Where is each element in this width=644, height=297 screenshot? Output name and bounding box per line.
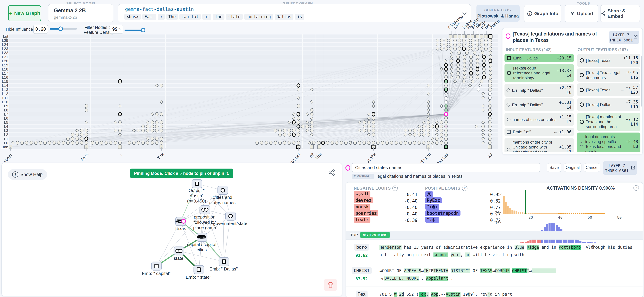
- pinned-embedding-node-icon: [507, 56, 511, 60]
- pinned-feature-node-icon: [580, 58, 584, 62]
- prompt-token[interactable]: <bos>: [124, 14, 141, 20]
- subgraph-node-capital_cities[interactable]: [196, 232, 207, 241]
- activations-pill: ACTIVATIONS: [360, 232, 390, 238]
- feature-list-item[interactable]: Emb: " Dallas"+20.15: [504, 54, 574, 62]
- layer-label: L1: [0, 137, 8, 141]
- prompt-token[interactable]: state: [226, 14, 242, 20]
- save-button[interactable]: Save: [547, 163, 562, 172]
- hide-influence-label: Hide Influence >: [6, 27, 36, 32]
- subgraph-node-state[interactable]: [174, 246, 184, 255]
- prompt-token[interactable]: Dallas: [274, 14, 294, 20]
- layer-label: L3: [0, 128, 8, 133]
- cancel-button[interactable]: Cancel: [584, 163, 600, 172]
- negative-logit-value: -0.41: [397, 192, 418, 197]
- layer-label: L25: [0, 38, 8, 43]
- prompt-token[interactable]: The: [166, 14, 178, 20]
- plus-icon: +: [9, 10, 12, 17]
- feature-list-item[interactable]: Emb: " of"←+1.06: [504, 128, 574, 136]
- model-select[interactable]: Gemma 2 2B gemma-2-2b: [48, 4, 113, 22]
- feature-list-item[interactable]: [Texas] court references and legal termi…: [504, 64, 574, 82]
- layer-label: L5: [0, 120, 8, 125]
- pinned-feature-node-icon: [580, 73, 584, 77]
- feature-list-item[interactable]: [Texas] Texas→+7.57L20: [577, 84, 640, 96]
- layer-label: L8: [0, 108, 8, 112]
- feature-list-item[interactable]: [Texas] Dallas+7.35L19: [577, 98, 640, 111]
- subgraph-node-label-emb_dallas: Emb: " Dallas": [200, 266, 248, 272]
- layer-label: L15: [0, 79, 8, 84]
- feature-list-item[interactable]: names of cities or states+1.15L3: [504, 113, 574, 126]
- external-link-icon: [633, 34, 638, 39]
- axis-tick: [490, 147, 490, 150]
- pinned-feature-node-icon: [580, 102, 584, 107]
- logit-tick: [491, 30, 491, 34]
- prompt-token[interactable]: capital: [180, 14, 201, 20]
- prompt-token[interactable]: is: [295, 14, 304, 20]
- subgraph-node-government[interactable]: [225, 212, 235, 220]
- feature-label-input[interactable]: [352, 163, 540, 172]
- scrollbar[interactable]: [640, 56, 642, 106]
- prompt-token[interactable]: :: [158, 14, 164, 20]
- graph-info-button[interactable]: i Graph Info: [524, 5, 562, 22]
- activation-row[interactable]: CHRIST87.52↵COURT OF APPEALS↵THIRTEENTH …: [346, 263, 643, 286]
- activation-row[interactable]: Tex81.51781 S.W.2d 652 (Tex. App.--Austi…: [346, 286, 643, 297]
- layer-label: Lgt: [0, 34, 8, 39]
- feature-list-item[interactable]: [Texas] Texas legal documents+9.95L16: [577, 68, 640, 82]
- negative-logit-token: teatr: [354, 217, 370, 222]
- feature-value: +2.12L6: [559, 86, 572, 95]
- prompt-token[interactable]: the: [213, 14, 224, 20]
- prompt-token[interactable]: Fact: [142, 14, 156, 20]
- positive-logit-token: ⓧ: [425, 191, 433, 197]
- detail-layer-badge[interactable]: LAYER 7 INDEX 6861: [603, 161, 637, 175]
- subgraph-node-emb_dallas[interactable]: [218, 257, 229, 266]
- layer-label: L20: [0, 59, 8, 64]
- activation-row[interactable]: boro93.62Henderson has 13 years of admin…: [346, 239, 643, 263]
- subgraph-node-cities[interactable]: [217, 186, 228, 194]
- feature-list-item[interactable]: legal documents involving specific Texas…: [577, 132, 640, 152]
- info-icon: i: [527, 11, 532, 16]
- layer-index-badge[interactable]: LAYER 7 INDEX 6861: [609, 31, 640, 44]
- new-graph-label: New Graph: [14, 10, 40, 16]
- prompt-token[interactable]: of: [202, 14, 212, 20]
- feature-label: Emb: " of": [513, 130, 552, 134]
- feature-list-item[interactable]: mentions of the city of Chicago along wi…: [504, 138, 574, 152]
- generated-by-value: Piotrowski & Hanna: [476, 14, 520, 19]
- negative-logit-value: -0.40: [397, 205, 418, 210]
- original-button[interactable]: Original: [564, 163, 582, 172]
- subgraph-node-austin[interactable]: [192, 179, 202, 188]
- positive-logit-value: 0.77: [480, 205, 501, 210]
- feature-label: [Texas] court references and legal termi…: [513, 66, 554, 80]
- error-node-icon: [506, 88, 510, 92]
- layer-label: L23: [0, 46, 8, 51]
- graph-select[interactable]: gemma-fact-dallas-austin <bos>Fact:Theca…: [118, 4, 471, 22]
- axis-tick: [120, 147, 120, 150]
- share-embed-button[interactable]: Share & Embed: [600, 5, 640, 22]
- positive-logit-value: 0.82: [480, 198, 501, 204]
- feature-list-item[interactable]: Err: mlp " Dallas"+2.12L6: [504, 84, 574, 97]
- subgraph-node-preposition[interactable]: [200, 205, 210, 214]
- hide-influence-slider[interactable]: [50, 28, 77, 30]
- layer-label: L12: [0, 92, 8, 96]
- feature-value: +9.95L16: [626, 70, 638, 80]
- feature-panel: [Texas] legal citations and names of pla…: [502, 28, 643, 154]
- filter-density-label: Filter Nodes byFeature Density: [84, 25, 114, 35]
- layer-label: L21: [0, 55, 8, 59]
- filter-density-slider[interactable]: [124, 30, 144, 31]
- hide-influence-input[interactable]: 0,60: [33, 25, 48, 34]
- logit-tick: [451, 30, 452, 34]
- upload-button[interactable]: Upload: [565, 5, 598, 22]
- subgraph-node-label-emb_capital: Emb: " capital": [132, 271, 180, 276]
- feature-list-item[interactable]: [Texas] mentions of Texas and the surrou…: [577, 113, 640, 131]
- attribution-graph-canvas[interactable]: [9, 34, 498, 149]
- feature-list-item[interactable]: [Texas] Texas+11.15L20: [577, 54, 640, 67]
- subgraph-node-emb_capital[interactable]: [151, 262, 161, 270]
- filter-density-input[interactable]: 99%: [110, 25, 123, 34]
- original-badge: ORIGINAL: [352, 174, 374, 179]
- feature-list-item[interactable]: Err: mlp " Dallas"+1.81L4: [504, 98, 574, 111]
- logit-tick: [464, 30, 465, 34]
- activation-token: CHRIST: [352, 267, 372, 274]
- subgraph-node-texas[interactable]: [175, 217, 186, 225]
- prompt-token[interactable]: containing: [244, 14, 273, 20]
- new-graph-button[interactable]: + New Graph: [8, 5, 41, 22]
- positive-logits-header: POSITIVE LOGITS: [425, 186, 460, 191]
- feature-label: [Texas] Texas: [586, 58, 621, 63]
